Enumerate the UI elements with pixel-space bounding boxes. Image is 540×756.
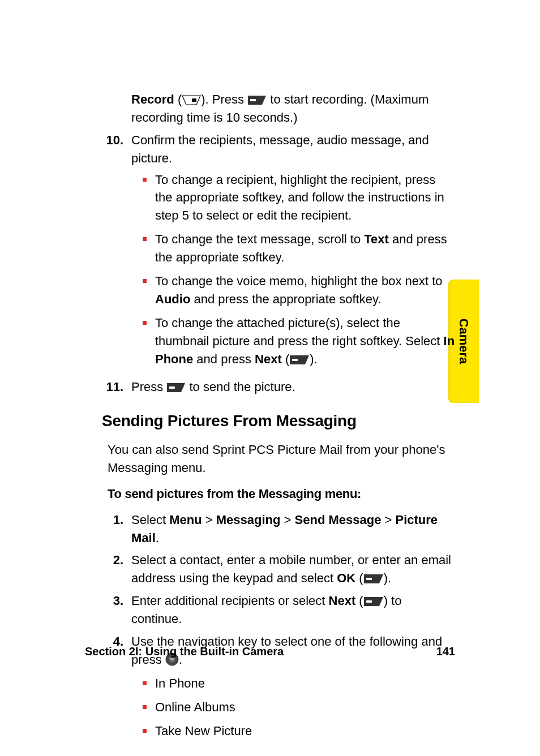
left-softkey-icon	[247, 95, 267, 105]
step-number: 1.	[102, 511, 131, 547]
step-10-text: Confirm the recipients, message, audio m…	[131, 131, 455, 167]
svg-rect-4	[366, 578, 372, 580]
step-4-option-2: Online Albums	[143, 698, 455, 716]
left-softkey-next-icon	[289, 355, 310, 365]
continuation-paragraph: Record (). Press to start recording. (Ma…	[131, 91, 455, 127]
svg-rect-2	[292, 359, 298, 361]
step-number: 11.	[102, 378, 131, 396]
svg-rect-5	[366, 600, 372, 603]
step-10-bullet-4: To change the attached picture(s), selec…	[143, 314, 455, 368]
svg-rect-1	[250, 99, 256, 101]
section-heading: Sending Pictures From Messaging	[102, 410, 455, 433]
procedure-lead: To send pictures from the Messaging menu…	[108, 485, 455, 503]
step-4-option-1: In Phone	[143, 675, 455, 693]
left-softkey-icon	[166, 383, 186, 393]
step-11: 11. Press to send the picture.	[102, 378, 455, 396]
step-10-bullet-3: To change the voice memo, highlight the …	[143, 272, 455, 308]
step-2: 2. Select a contact, enter a mobile numb…	[102, 551, 455, 587]
step-10: 10. Confirm the recipients, message, aud…	[102, 131, 455, 374]
step-3: 3. Enter additional recipients or select…	[102, 592, 455, 628]
right-softkey-record-icon	[182, 95, 201, 105]
svg-rect-3	[169, 386, 175, 389]
svg-rect-0	[192, 98, 196, 102]
page-footer: Section 2I: Using the Built-in Camera 14…	[85, 643, 455, 660]
step-number: 10.	[102, 131, 131, 374]
footer-section-title: Section 2I: Using the Built-in Camera	[85, 643, 284, 660]
step-4-option-3: Take New Picture	[143, 722, 455, 740]
page-content: Record (). Press to start recording. (Ma…	[0, 0, 540, 756]
step-10-bullet-2: To change the text message, scroll to Te…	[143, 230, 455, 267]
left-softkey-ok-icon	[363, 574, 384, 584]
step-number: 3.	[102, 592, 131, 628]
left-softkey-next-icon	[363, 596, 384, 607]
footer-page-number: 141	[436, 643, 455, 660]
step-1: 1. Select Menu > Messaging > Send Messag…	[102, 511, 455, 547]
step-number: 2.	[102, 551, 131, 587]
step-10-bullet-1: To change a recipient, highlight the rec…	[143, 171, 455, 225]
intro-paragraph: You can also send Sprint PCS Picture Mai…	[108, 441, 455, 477]
record-label: Record	[131, 92, 174, 106]
